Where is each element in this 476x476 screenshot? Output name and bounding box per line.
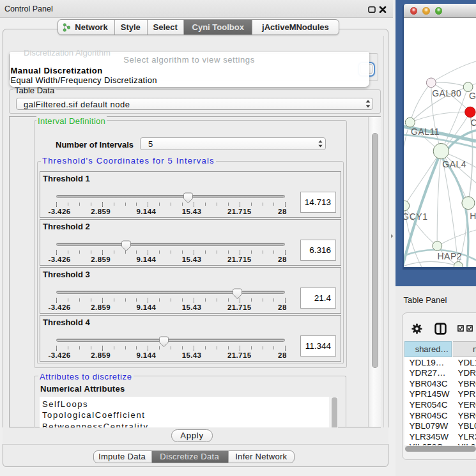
- svg-text:GAL4: GAL4: [442, 159, 466, 169]
- svg-text:HAP2: HAP2: [438, 251, 463, 261]
- svg-text:GAL11: GAL11: [411, 127, 440, 137]
- svg-text:H: H: [470, 211, 476, 221]
- svg-text:GAL80: GAL80: [432, 88, 461, 98]
- svg-text:GCY1: GCY1: [404, 211, 427, 222]
- svg-text:CA: CA: [471, 118, 476, 128]
- svg-text:GA: GA: [469, 91, 476, 101]
